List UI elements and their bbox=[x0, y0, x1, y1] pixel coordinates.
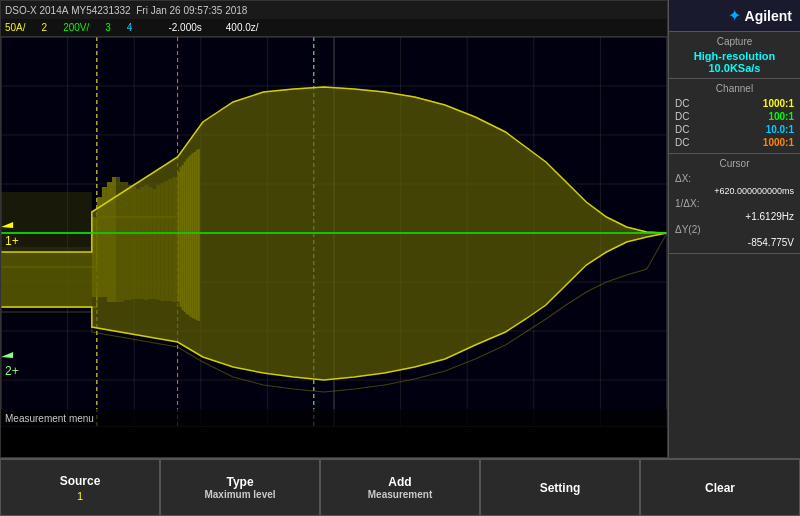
status-bar: DSO-X 2014A MY54231332 Fri Jan 26 09:57:… bbox=[1, 1, 667, 19]
ch2-value: 100:1 bbox=[768, 111, 794, 122]
cursor-1dx-value-row: +1.6129Hz bbox=[675, 210, 794, 223]
time-scale: -2.000s bbox=[168, 22, 201, 33]
capture-label: Capture bbox=[675, 36, 794, 47]
device-serial-val: MY54231332 bbox=[71, 5, 131, 16]
ch1-value: 1000:1 bbox=[763, 98, 794, 109]
source-value: 1 bbox=[77, 490, 83, 502]
channel-row-2: DC 100:1 bbox=[675, 110, 794, 123]
cursor-dx-value: +620.000000000ms bbox=[675, 186, 794, 196]
type-button[interactable]: Type Maximum level bbox=[160, 459, 320, 516]
ch1-scale: 50A/ bbox=[5, 22, 26, 33]
add-measurement-button[interactable]: Add Measurement bbox=[320, 459, 480, 516]
ch1-coupling: DC bbox=[675, 98, 689, 109]
svg-text:1+: 1+ bbox=[5, 234, 19, 248]
cursor-dy-value: -854.775V bbox=[675, 237, 794, 248]
main-area: DSO-X 2014A MY54231332 Fri Jan 26 09:57:… bbox=[0, 0, 800, 458]
source-button[interactable]: Source 1 bbox=[0, 459, 160, 516]
channel-row-1: DC 1000:1 bbox=[675, 97, 794, 110]
cursor-dy-label: ΔY(2) bbox=[675, 224, 701, 235]
add-label: Add bbox=[388, 475, 411, 489]
channel-section: Channel DC 1000:1 DC 100:1 DC 10.0:1 DC … bbox=[669, 79, 800, 154]
ch4-value: 1000:1 bbox=[763, 137, 794, 148]
logo-area: ✦ Agilent bbox=[669, 0, 800, 32]
waveform-svg: 1+ 2+ bbox=[1, 37, 667, 427]
scale-bar: 50A/ 2 200V/ 3 4 -2.000s 400.0z/ bbox=[1, 19, 667, 37]
svg-text:2+: 2+ bbox=[5, 364, 19, 378]
capture-section: Capture High-resolution 10.0KSa/s bbox=[669, 32, 800, 79]
cursor-dy-value-row: -854.775V bbox=[675, 236, 794, 249]
setting-label: Setting bbox=[540, 481, 581, 495]
cursor-label: Cursor bbox=[675, 158, 794, 169]
cursor-1dx-label: 1/ΔX: bbox=[675, 198, 699, 209]
channel-row-4: DC 1000:1 bbox=[675, 136, 794, 149]
cursor-1dx-row: 1/ΔX: bbox=[675, 197, 794, 210]
source-label: Source bbox=[60, 474, 101, 488]
clear-label: Clear bbox=[705, 481, 735, 495]
ch2-num: 3 bbox=[105, 22, 111, 33]
cursor-section: Cursor ΔX: +620.000000000ms 1/ΔX: +1.612… bbox=[669, 154, 800, 254]
cursor-dx-label: ΔX: bbox=[675, 173, 691, 184]
agilent-logo-icon: ✦ bbox=[728, 6, 741, 25]
waveform-area: 1+ 2+ Measurement menu bbox=[1, 37, 667, 427]
measurement-menu-overlay: Measurement menu bbox=[1, 409, 667, 427]
ch2-coupling: DC bbox=[675, 111, 689, 122]
clear-button[interactable]: Clear bbox=[640, 459, 800, 516]
add-sub: Measurement bbox=[368, 489, 432, 500]
ch4-coupling: DC bbox=[675, 137, 689, 148]
cursor-dx-value-row: +620.000000000ms bbox=[675, 185, 794, 197]
setting-button[interactable]: Setting bbox=[480, 459, 640, 516]
type-value: Maximum level bbox=[204, 489, 275, 500]
channel-row-3: DC 10.0:1 bbox=[675, 123, 794, 136]
ch3-value: 10.0:1 bbox=[766, 124, 794, 135]
right-panel: ✦ Agilent Capture High-resolution 10.0KS… bbox=[668, 0, 800, 458]
cursor-dx-row: ΔX: bbox=[675, 172, 794, 185]
device-info: DSO-X 2014A bbox=[5, 5, 68, 16]
ch2-scale: 200V/ bbox=[63, 22, 89, 33]
device-datetime-val: Fri Jan 26 09:57:35 2018 bbox=[136, 5, 247, 16]
ch1-num: 2 bbox=[42, 22, 48, 33]
ch3-coupling: DC bbox=[675, 124, 689, 135]
capture-rate: 10.0KSa/s bbox=[675, 62, 794, 74]
measurement-menu-text: Measurement menu bbox=[5, 413, 94, 424]
timebase-scale: 400.0z/ bbox=[226, 22, 259, 33]
ch3-num: 4 bbox=[127, 22, 133, 33]
channel-label: Channel bbox=[675, 83, 794, 94]
capture-mode: High-resolution bbox=[675, 50, 794, 62]
cursor-1dx-value: +1.6129Hz bbox=[675, 211, 794, 222]
brand-name: Agilent bbox=[745, 8, 792, 24]
bottom-toolbar: Source 1 Type Maximum level Add Measurem… bbox=[0, 458, 800, 516]
cursor-dy-row: ΔY(2) bbox=[675, 223, 794, 236]
type-label: Type bbox=[226, 475, 253, 489]
scope-screen: DSO-X 2014A MY54231332 Fri Jan 26 09:57:… bbox=[0, 0, 668, 458]
